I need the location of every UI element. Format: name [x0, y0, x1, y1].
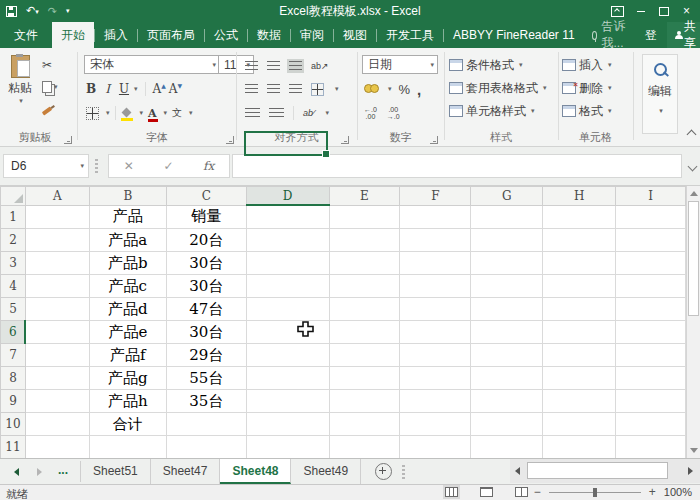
active-cell-selection[interactable] [244, 131, 328, 156]
cell-D11[interactable] [246, 436, 329, 459]
conditional-formatting-button[interactable]: 条件格式▾ [449, 55, 523, 75]
insert-cells-button[interactable]: 插入▾ [562, 55, 612, 75]
cell-B9[interactable]: 产品h [89, 390, 166, 413]
tab-ribbon-3[interactable]: 公式 [205, 22, 247, 48]
maximize-button[interactable] [652, 0, 675, 22]
cell-A8[interactable] [25, 367, 89, 390]
cell-H9[interactable] [543, 390, 616, 413]
cell-F5[interactable] [400, 298, 471, 321]
format-as-table-button[interactable]: 套用表格格式▾ [449, 78, 547, 98]
alignment-dialog-launcher-icon[interactable] [341, 136, 349, 144]
cell-F6[interactable] [400, 321, 471, 344]
cell-B4[interactable]: 产品c [89, 275, 166, 298]
cell-B5[interactable]: 产品d [89, 298, 166, 321]
cell-H11[interactable] [543, 436, 616, 459]
cell-B11[interactable] [89, 436, 166, 459]
underline-dropdown-icon[interactable]: ▾ [134, 85, 138, 93]
tab-ribbon-6[interactable]: 视图 [334, 22, 376, 48]
cell-E5[interactable] [329, 298, 400, 321]
comma-style-button[interactable]: , [417, 81, 421, 98]
insert-function-button[interactable]: fx [203, 159, 214, 173]
cell-E3[interactable] [329, 252, 400, 275]
middle-align-icon[interactable] [267, 61, 280, 71]
cell-I8[interactable] [616, 367, 686, 390]
cell-A10[interactable] [25, 413, 89, 436]
worksheet-grid[interactable]: ABCDEFGHI1产品销量2产品a20台3产品b30台4产品c30台5产品d4… [0, 186, 686, 458]
cell-G8[interactable] [471, 367, 543, 390]
sign-in-button[interactable]: 登录 [635, 22, 667, 48]
cell-B2[interactable]: 产品a [89, 229, 166, 252]
scroll-down-icon[interactable] [690, 448, 698, 453]
cell-A11[interactable] [25, 436, 89, 459]
font-color-dropdown-icon[interactable]: ▾ [164, 109, 168, 117]
cell-C5[interactable]: 47台 [166, 298, 246, 321]
column-header-H[interactable]: H [543, 187, 616, 206]
cell-F7[interactable] [400, 344, 471, 367]
cell-A4[interactable] [25, 275, 89, 298]
tell-me-button[interactable]: 告诉我... [584, 22, 635, 48]
grow-font-button[interactable]: A▲ [153, 82, 166, 96]
cell-E6[interactable] [329, 321, 400, 344]
increase-indent-icon[interactable] [269, 108, 284, 118]
cell-F11[interactable] [400, 436, 471, 459]
cell-C7[interactable]: 29台 [166, 344, 246, 367]
row-header-10[interactable]: 10 [1, 413, 26, 436]
name-box[interactable]: D6 ▾ [3, 154, 89, 178]
sheet-overflow-button[interactable]: ... [42, 459, 80, 484]
underline-button[interactable]: U [119, 82, 129, 96]
column-header-B[interactable]: B [89, 187, 166, 206]
cell-F9[interactable] [400, 390, 471, 413]
cell-E2[interactable] [329, 229, 400, 252]
cell-G2[interactable] [471, 229, 543, 252]
enter-button[interactable]: ✓ [163, 159, 173, 173]
cell-E8[interactable] [329, 367, 400, 390]
row-header-5[interactable]: 5 [1, 298, 26, 321]
paste-button[interactable]: 粘贴 ▾ [8, 55, 32, 105]
cell-I5[interactable] [616, 298, 686, 321]
column-header-E[interactable]: E [329, 187, 400, 206]
tab-ribbon-2[interactable]: 页面布局 [138, 22, 204, 48]
increase-decimal-icon[interactable]: ←.0.00 [364, 106, 377, 120]
cell-H2[interactable] [543, 229, 616, 252]
collapse-ribbon-icon[interactable] [687, 130, 697, 140]
cell-D2[interactable] [246, 229, 329, 252]
clipboard-dialog-launcher-icon[interactable] [64, 136, 72, 144]
cell-B1[interactable]: 产品 [89, 205, 166, 229]
decrease-decimal-icon[interactable]: .00→.0 [387, 106, 400, 120]
cell-C10[interactable] [166, 413, 246, 436]
cell-D6[interactable] [246, 321, 329, 344]
cell-I11[interactable] [616, 436, 686, 459]
page-layout-view-icon[interactable] [480, 487, 493, 497]
cell-B10[interactable]: 合计 [89, 413, 166, 436]
scroll-right-icon[interactable] [688, 467, 693, 475]
horizontal-scrollbar-thumb[interactable] [527, 462, 668, 479]
tab-ribbon-7[interactable]: 开发工具 [377, 22, 443, 48]
bottom-align-icon[interactable] [289, 61, 302, 71]
center-icon[interactable] [267, 84, 280, 94]
cell-H1[interactable] [543, 205, 616, 229]
sheet-tab-sheet49[interactable]: Sheet49 [291, 459, 361, 484]
font-name-combo[interactable]: 宋体▾ [84, 55, 220, 74]
row-header-4[interactable]: 4 [1, 275, 26, 298]
zoom-out-button[interactable]: − [534, 486, 541, 498]
phonetic-guide-button[interactable]: 文 [172, 106, 182, 120]
copy-button[interactable]: ▾ [42, 78, 58, 96]
cell-A2[interactable] [25, 229, 89, 252]
tab-home[interactable]: 开始 [52, 22, 94, 48]
accounting-dropdown-icon[interactable]: ▾ [388, 85, 392, 93]
cell-I10[interactable] [616, 413, 686, 436]
cell-I9[interactable] [616, 390, 686, 413]
cell-F2[interactable] [400, 229, 471, 252]
scroll-left-icon[interactable] [515, 467, 520, 475]
cell-C11[interactable] [166, 436, 246, 459]
cell-A7[interactable] [25, 344, 89, 367]
cell-D5[interactable] [246, 298, 329, 321]
cell-B7[interactable]: 产品f [89, 344, 166, 367]
cell-G4[interactable] [471, 275, 543, 298]
fill-handle[interactable] [322, 150, 330, 158]
cell-I4[interactable] [616, 275, 686, 298]
italic-button[interactable]: I [105, 82, 110, 96]
cancel-button[interactable]: ✕ [124, 159, 134, 173]
sheetbar-splitter[interactable] [402, 465, 405, 479]
cell-G7[interactable] [471, 344, 543, 367]
